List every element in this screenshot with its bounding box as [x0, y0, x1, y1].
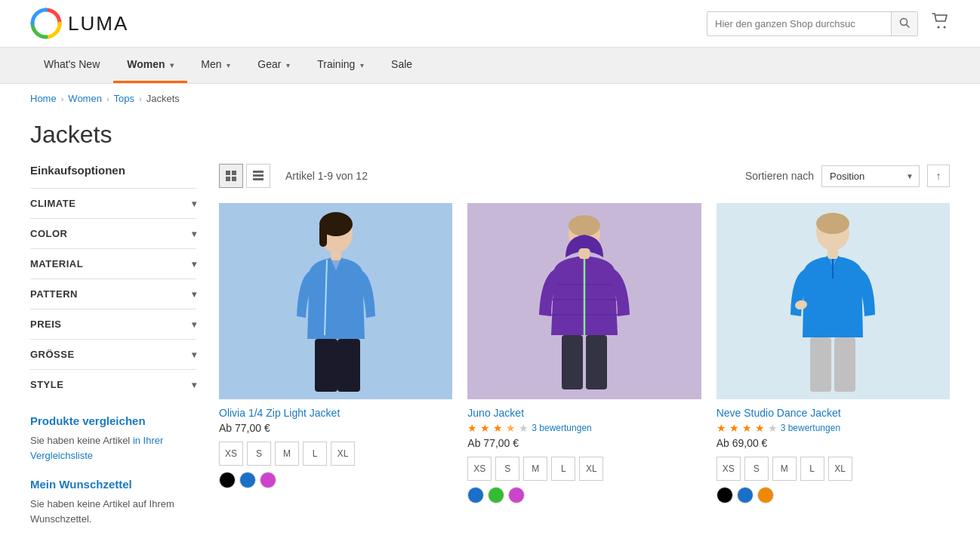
nav-arrow-gear: ▾ [284, 61, 290, 69]
star-3-2: ★ [493, 422, 503, 434]
product-name-1[interactable]: Olivia 1/4 Zip Light Jacket [219, 407, 452, 419]
nav-item-men: Men ▾ [187, 48, 244, 83]
rating-count-2: 3 bewertungen [532, 423, 591, 433]
breadcrumb-women[interactable]: Women [68, 93, 102, 104]
nav-arrow-women: ▾ [168, 61, 174, 69]
article-count: Artikel 1-9 von 12 [285, 170, 368, 182]
compare-text-part1: Sie haben keine Artikel [30, 435, 133, 446]
product-colors-2 [467, 487, 701, 503]
size-m-1[interactable]: M [275, 442, 299, 466]
size-l-2[interactable]: L [551, 457, 575, 481]
filter-grosse-header[interactable]: GRÖSSE ▾ [30, 340, 196, 369]
page-title: Jackets [0, 113, 980, 164]
view-grid-button[interactable] [219, 164, 243, 188]
color-swatch-blue-3[interactable] [737, 487, 753, 503]
nav-arrow-men: ▾ [225, 61, 231, 69]
svg-point-29 [816, 213, 849, 234]
product-price-2: Ab 77,00 € [467, 437, 701, 449]
sidebar-title: Einkaufsoptionen [30, 164, 196, 177]
filter-preis-header[interactable]: PREIS ▾ [30, 309, 196, 339]
product-grid: Olivia 1/4 Zip Light Jacket Ab 77,00 € X… [219, 203, 950, 503]
product-sizes-2: XS S M L XL [467, 457, 701, 481]
logo-icon [30, 8, 62, 39]
compare-section: Produkte vergleichen Sie haben keine Art… [30, 414, 196, 463]
breadcrumb-tops[interactable]: Tops [114, 93, 134, 104]
wishlist-title: Mein Wunschzettel [30, 478, 196, 491]
nav-link-sale[interactable]: Sale [378, 48, 426, 81]
sort-direction-button[interactable]: ↑ [927, 165, 950, 187]
product-name-3[interactable]: Neve Studio Dance Jacket [717, 407, 950, 419]
search-button[interactable] [891, 12, 917, 35]
filter-preis-chevron: ▾ [192, 319, 197, 330]
breadcrumb-home[interactable]: Home [30, 93, 57, 104]
size-l-3[interactable]: L [800, 457, 824, 481]
filter-climate-header[interactable]: CLIMATE ▾ [30, 189, 196, 218]
star-2-2: ★ [480, 422, 490, 434]
color-swatch-black-1[interactable] [219, 472, 236, 488]
color-swatch-green-2[interactable] [488, 487, 504, 503]
size-xs-3[interactable]: XS [717, 457, 741, 481]
filter-style-header[interactable]: STYLE ▾ [30, 370, 196, 399]
size-m-3[interactable]: M [772, 457, 797, 481]
toolbar-right: Sortieren nach Position Produktname Prei… [745, 165, 950, 187]
breadcrumb-sep-3: › [139, 94, 142, 103]
svg-rect-26 [586, 335, 607, 389]
filter-climate: CLIMATE ▾ [30, 188, 196, 218]
cart-icon[interactable] [932, 13, 950, 34]
toolbar: Artikel 1-9 von 12 Sortieren nach Positi… [219, 164, 950, 188]
filter-climate-chevron: ▾ [192, 199, 197, 209]
size-xs-1[interactable]: XS [219, 442, 243, 466]
product-name-2[interactable]: Juno Jacket [467, 407, 701, 419]
color-swatch-black-3[interactable] [717, 487, 733, 503]
size-xl-1[interactable]: XL [331, 442, 355, 466]
nav-item-sale: Sale [378, 48, 426, 83]
nav-link-women[interactable]: Women ▾ [113, 48, 187, 83]
svg-rect-32 [810, 337, 831, 392]
product-colors-3 [717, 487, 950, 503]
nav-link-whats-new[interactable]: What's New [30, 48, 113, 81]
color-swatch-blue-2[interactable] [467, 487, 484, 503]
wishlist-text: Sie haben keine Artikel auf Ihrem Wunsch… [30, 497, 196, 526]
nav-link-gear[interactable]: Gear ▾ [244, 48, 304, 81]
product-sizes-1: XS S M L XL [219, 442, 452, 466]
view-list-button[interactable] [246, 164, 270, 188]
color-swatch-purple-1[interactable] [260, 472, 276, 488]
product-rating-2: ★ ★ ★ ★ ★ 3 bewertungen [467, 422, 701, 434]
product-rating-3: ★ ★ ★ ★ ★ 3 bewertungen [717, 422, 950, 434]
size-m-2[interactable]: M [523, 457, 547, 481]
product-image-3 [717, 203, 950, 399]
header: LUMA [0, 0, 980, 48]
svg-point-19 [569, 215, 600, 236]
color-swatch-purple-2[interactable] [508, 487, 525, 503]
size-s-2[interactable]: S [495, 457, 519, 481]
filter-preis-label: PREIS [30, 319, 62, 330]
logo[interactable]: LUMA [30, 8, 128, 39]
product-card-3: Neve Studio Dance Jacket ★ ★ ★ ★ ★ 3 bew… [717, 203, 950, 503]
size-l-1[interactable]: L [303, 442, 327, 466]
nav-item-training: Training ▾ [304, 48, 378, 83]
sort-select[interactable]: Position Produktname Preis [821, 165, 920, 187]
svg-point-4 [944, 26, 946, 29]
size-s-3[interactable]: S [744, 457, 769, 481]
svg-rect-34 [827, 248, 838, 259]
filter-material-chevron: ▾ [192, 259, 197, 269]
main-nav: What's New Women ▾ Men ▾ Gear ▾ Training… [0, 48, 980, 84]
filter-material-label: MATERIAL [30, 258, 83, 269]
nav-link-men[interactable]: Men ▾ [187, 48, 244, 81]
grid-icon [226, 171, 236, 181]
filter-pattern-chevron: ▾ [192, 289, 197, 300]
search-input[interactable] [707, 13, 891, 35]
size-xs-2[interactable]: XS [467, 457, 492, 481]
size-s-1[interactable]: S [247, 442, 271, 466]
size-xl-3[interactable]: XL [828, 457, 852, 481]
nav-item-whats-new: What's New [30, 48, 113, 83]
nav-link-training[interactable]: Training ▾ [304, 48, 378, 81]
filter-material-header[interactable]: MATERIAL ▾ [30, 249, 196, 279]
filter-color-header[interactable]: COLOR ▾ [30, 219, 196, 248]
color-swatch-orange-3[interactable] [757, 487, 774, 503]
logo-text: LUMA [68, 12, 128, 35]
filter-pattern-header[interactable]: PATTERN ▾ [30, 279, 196, 309]
color-swatch-blue-1[interactable] [239, 472, 256, 488]
size-xl-2[interactable]: XL [579, 457, 603, 481]
svg-rect-27 [579, 248, 590, 259]
